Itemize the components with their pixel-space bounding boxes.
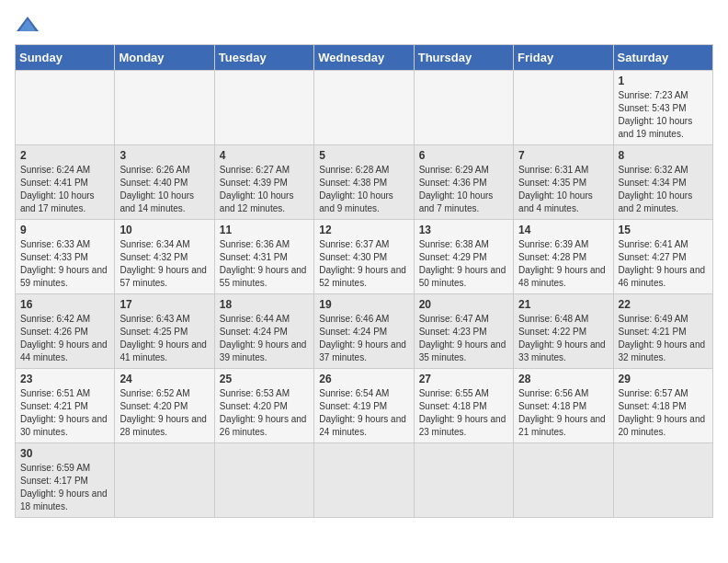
day-number: 24 <box>119 373 209 385</box>
calendar-cell <box>314 71 414 145</box>
calendar-cell: 2Sunrise: 6:24 AM Sunset: 4:41 PM Daylig… <box>16 145 115 220</box>
calendar-week-row: 16Sunrise: 6:42 AM Sunset: 4:26 PM Dayli… <box>16 294 713 369</box>
day-number: 4 <box>220 149 309 162</box>
day-number: 15 <box>619 224 708 236</box>
calendar-cell: 10Sunrise: 6:34 AM Sunset: 4:32 PM Dayli… <box>115 220 214 294</box>
day-info: Sunrise: 6:29 AM Sunset: 4:36 PM Dayligh… <box>419 164 508 215</box>
day-number: 14 <box>518 224 608 236</box>
day-number: 16 <box>20 298 109 311</box>
day-info: Sunrise: 6:36 AM Sunset: 4:31 PM Dayligh… <box>220 238 309 290</box>
day-info: Sunrise: 6:56 AM Sunset: 4:18 PM Dayligh… <box>518 387 608 439</box>
weekday-header-thursday: Thursday <box>414 45 513 71</box>
day-number: 19 <box>319 298 408 311</box>
calendar-cell: 20Sunrise: 6:47 AM Sunset: 4:23 PM Dayli… <box>414 294 513 369</box>
day-number: 11 <box>220 224 309 236</box>
day-info: Sunrise: 6:27 AM Sunset: 4:39 PM Dayligh… <box>220 164 309 215</box>
day-info: Sunrise: 6:53 AM Sunset: 4:20 PM Dayligh… <box>220 387 309 439</box>
calendar-cell: 18Sunrise: 6:44 AM Sunset: 4:24 PM Dayli… <box>214 294 313 369</box>
calendar-cell: 13Sunrise: 6:38 AM Sunset: 4:29 PM Dayli… <box>414 220 513 294</box>
calendar-cell: 1Sunrise: 7:23 AM Sunset: 5:43 PM Daylig… <box>613 71 712 145</box>
day-info: Sunrise: 6:43 AM Sunset: 4:25 PM Dayligh… <box>119 313 209 364</box>
day-number: 21 <box>518 298 608 311</box>
day-info: Sunrise: 6:34 AM Sunset: 4:32 PM Dayligh… <box>119 238 209 290</box>
day-number: 30 <box>20 447 109 460</box>
day-info: Sunrise: 6:39 AM Sunset: 4:28 PM Dayligh… <box>518 238 608 290</box>
weekday-header-sunday: Sunday <box>16 45 115 71</box>
calendar-cell <box>214 71 313 145</box>
calendar-cell <box>514 71 613 145</box>
day-number: 28 <box>518 373 608 385</box>
calendar-cell: 16Sunrise: 6:42 AM Sunset: 4:26 PM Dayli… <box>16 294 115 369</box>
calendar-cell: 3Sunrise: 6:26 AM Sunset: 4:40 PM Daylig… <box>115 145 214 220</box>
day-number: 29 <box>619 373 708 385</box>
day-number: 20 <box>419 298 508 311</box>
calendar-cell: 25Sunrise: 6:53 AM Sunset: 4:20 PM Dayli… <box>214 369 313 443</box>
weekday-header-friday: Friday <box>514 45 613 71</box>
calendar-cell: 23Sunrise: 6:51 AM Sunset: 4:21 PM Dayli… <box>16 369 115 443</box>
calendar-cell: 6Sunrise: 6:29 AM Sunset: 4:36 PM Daylig… <box>414 145 513 220</box>
day-info: Sunrise: 6:46 AM Sunset: 4:24 PM Dayligh… <box>319 313 408 364</box>
day-info: Sunrise: 6:28 AM Sunset: 4:38 PM Dayligh… <box>319 164 408 215</box>
day-number: 9 <box>20 224 109 236</box>
calendar-cell: 12Sunrise: 6:37 AM Sunset: 4:30 PM Dayli… <box>314 220 414 294</box>
day-number: 8 <box>619 149 708 162</box>
day-number: 27 <box>419 373 508 385</box>
calendar-cell: 4Sunrise: 6:27 AM Sunset: 4:39 PM Daylig… <box>214 145 313 220</box>
day-number: 10 <box>119 224 209 236</box>
day-number: 25 <box>220 373 309 385</box>
weekday-header-wednesday: Wednesday <box>314 45 414 71</box>
day-info: Sunrise: 6:24 AM Sunset: 4:41 PM Dayligh… <box>20 164 109 215</box>
calendar-cell: 11Sunrise: 6:36 AM Sunset: 4:31 PM Dayli… <box>214 220 313 294</box>
calendar-cell <box>414 71 513 145</box>
calendar-cell <box>16 71 115 145</box>
calendar-week-row: 9Sunrise: 6:33 AM Sunset: 4:33 PM Daylig… <box>16 220 713 294</box>
day-info: Sunrise: 6:38 AM Sunset: 4:29 PM Dayligh… <box>419 238 508 290</box>
day-info: Sunrise: 6:26 AM Sunset: 4:40 PM Dayligh… <box>119 164 209 215</box>
day-info: Sunrise: 6:49 AM Sunset: 4:21 PM Dayligh… <box>619 313 708 364</box>
day-info: Sunrise: 6:55 AM Sunset: 4:18 PM Dayligh… <box>419 387 508 439</box>
day-info: Sunrise: 6:48 AM Sunset: 4:22 PM Dayligh… <box>518 313 608 364</box>
day-number: 17 <box>119 298 209 311</box>
calendar-cell <box>115 443 214 518</box>
calendar-cell: 5Sunrise: 6:28 AM Sunset: 4:38 PM Daylig… <box>314 145 414 220</box>
calendar-cell: 8Sunrise: 6:32 AM Sunset: 4:34 PM Daylig… <box>613 145 712 220</box>
day-number: 22 <box>619 298 708 311</box>
day-info: Sunrise: 6:54 AM Sunset: 4:19 PM Dayligh… <box>319 387 408 439</box>
calendar-week-row: 2Sunrise: 6:24 AM Sunset: 4:41 PM Daylig… <box>16 145 713 220</box>
day-info: Sunrise: 6:47 AM Sunset: 4:23 PM Dayligh… <box>419 313 508 364</box>
calendar-cell: 26Sunrise: 6:54 AM Sunset: 4:19 PM Dayli… <box>314 369 414 443</box>
day-number: 3 <box>119 149 209 162</box>
day-number: 7 <box>518 149 608 162</box>
day-info: Sunrise: 6:31 AM Sunset: 4:35 PM Dayligh… <box>518 164 608 215</box>
calendar-cell: 28Sunrise: 6:56 AM Sunset: 4:18 PM Dayli… <box>514 369 613 443</box>
weekday-header-monday: Monday <box>115 45 214 71</box>
calendar-cell: 30Sunrise: 6:59 AM Sunset: 4:17 PM Dayli… <box>16 443 115 518</box>
calendar-cell: 29Sunrise: 6:57 AM Sunset: 4:18 PM Dayli… <box>613 369 712 443</box>
calendar-cell <box>613 443 712 518</box>
day-info: Sunrise: 6:52 AM Sunset: 4:20 PM Dayligh… <box>119 387 209 439</box>
calendar-cell <box>214 443 313 518</box>
day-number: 6 <box>419 149 508 162</box>
calendar-cell: 24Sunrise: 6:52 AM Sunset: 4:20 PM Dayli… <box>115 369 214 443</box>
day-info: Sunrise: 6:59 AM Sunset: 4:17 PM Dayligh… <box>20 462 109 513</box>
calendar-cell <box>514 443 613 518</box>
calendar-cell: 7Sunrise: 6:31 AM Sunset: 4:35 PM Daylig… <box>514 145 613 220</box>
calendar-header-row: SundayMondayTuesdayWednesdayThursdayFrid… <box>16 45 713 71</box>
day-info: Sunrise: 7:23 AM Sunset: 5:43 PM Dayligh… <box>619 89 708 141</box>
calendar-week-row: 23Sunrise: 6:51 AM Sunset: 4:21 PM Dayli… <box>16 369 713 443</box>
day-number: 23 <box>20 373 109 385</box>
day-info: Sunrise: 6:33 AM Sunset: 4:33 PM Dayligh… <box>20 238 109 290</box>
calendar-cell <box>314 443 414 518</box>
logo <box>15 15 44 35</box>
day-info: Sunrise: 6:57 AM Sunset: 4:18 PM Dayligh… <box>619 387 708 439</box>
day-info: Sunrise: 6:32 AM Sunset: 4:34 PM Dayligh… <box>619 164 708 215</box>
calendar-cell: 15Sunrise: 6:41 AM Sunset: 4:27 PM Dayli… <box>613 220 712 294</box>
weekday-header-tuesday: Tuesday <box>214 45 313 71</box>
calendar-cell: 27Sunrise: 6:55 AM Sunset: 4:18 PM Dayli… <box>414 369 513 443</box>
day-number: 1 <box>619 75 708 87</box>
day-info: Sunrise: 6:51 AM Sunset: 4:21 PM Dayligh… <box>20 387 109 439</box>
calendar-cell: 19Sunrise: 6:46 AM Sunset: 4:24 PM Dayli… <box>314 294 414 369</box>
day-info: Sunrise: 6:42 AM Sunset: 4:26 PM Dayligh… <box>20 313 109 364</box>
calendar-cell: 21Sunrise: 6:48 AM Sunset: 4:22 PM Dayli… <box>514 294 613 369</box>
day-number: 18 <box>220 298 309 311</box>
